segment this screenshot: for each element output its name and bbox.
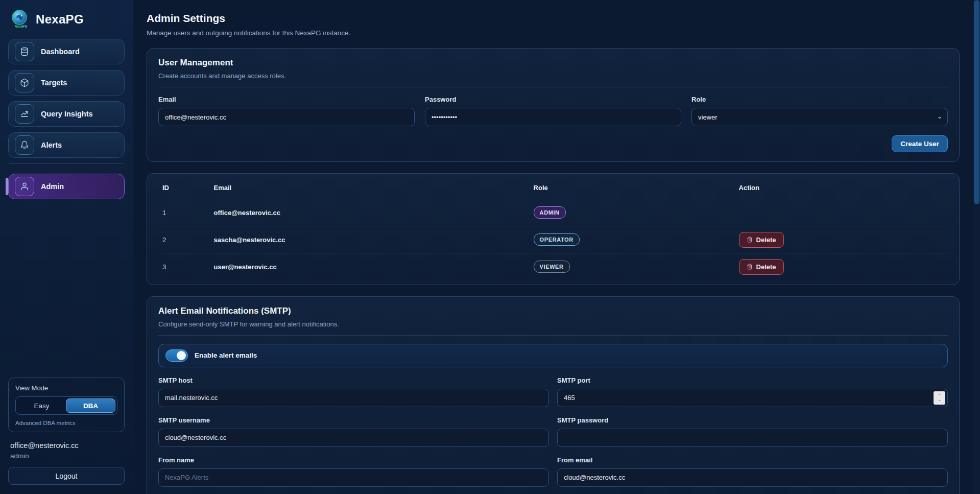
smtp-card: Alert Email Notifications (SMTP) Configu…	[147, 296, 960, 494]
svg-text:PG: PG	[22, 25, 27, 28]
svg-text:Nexa: Nexa	[15, 25, 23, 28]
from-email-input[interactable]	[557, 468, 948, 487]
sidebar-item-label: Dashboard	[41, 48, 80, 56]
current-user-block: office@nesterovic.cc admin	[8, 440, 125, 467]
table-row: 2 sascha@nesterovic.cc OPERATOR Delete	[158, 226, 948, 253]
password-field-group: Password	[425, 96, 681, 126]
page-subtitle: Manage users and outgoing notifications …	[147, 29, 960, 37]
sidebar-item-alerts[interactable]: Alerts	[8, 132, 125, 158]
nav-icon-box	[15, 73, 34, 92]
nav-icon-box	[15, 42, 34, 61]
sidebar-item-dashboard[interactable]: Dashboard	[8, 39, 125, 64]
trash-icon	[747, 237, 753, 243]
nav-icon-box	[15, 135, 34, 155]
users-table-card: ID Email Role Action 1 office@nesterovic…	[147, 173, 960, 285]
col-header-role: Role	[530, 181, 735, 199]
scrollbar-track	[973, 0, 980, 494]
password-label: Password	[425, 96, 681, 103]
scrollbar-thumb[interactable]	[974, 0, 979, 204]
sidebar-item-admin[interactable]: Admin	[8, 174, 125, 199]
delete-button-label: Delete	[756, 263, 776, 271]
enable-alert-emails-toggle[interactable]	[165, 349, 188, 362]
user-action-cell: Delete	[735, 226, 948, 253]
app-logo: Nexa PG NexaPG	[8, 7, 125, 39]
role-field-group: Role viewer ⌄	[691, 96, 948, 126]
user-icon	[20, 182, 29, 191]
email-field-group: Email	[158, 96, 415, 126]
number-stepper-icon[interactable]: ⌃⌄	[934, 391, 945, 405]
user-role-cell: VIEWER	[530, 253, 735, 280]
current-user-role: admin	[10, 452, 123, 460]
view-mode-option-dba[interactable]: DBA	[66, 398, 115, 413]
user-action-cell	[735, 199, 948, 226]
role-badge: VIEWER	[534, 261, 570, 273]
col-header-action: Action	[735, 181, 948, 199]
sidebar-nav: Dashboard Targets Query Insights Alerts …	[8, 39, 125, 205]
delete-button-label: Delete	[756, 236, 776, 244]
divider	[158, 335, 948, 336]
page-title: Admin Settings	[147, 12, 960, 25]
divider	[158, 87, 948, 87]
sidebar-item-label: Targets	[41, 79, 67, 87]
package-icon	[20, 78, 29, 87]
smtp-username-label: SMTP username	[158, 416, 549, 424]
smtp-port-input[interactable]	[557, 389, 948, 407]
create-user-button[interactable]: Create User	[892, 135, 948, 152]
col-header-email: Email	[209, 181, 529, 199]
database-icon	[20, 47, 29, 56]
user-role-cell: OPERATOR	[530, 226, 735, 253]
smtp-password-label: SMTP password	[557, 416, 948, 424]
user-email-cell: user@nesterovic.cc	[209, 253, 529, 280]
smtp-password-group: SMTP password	[557, 416, 948, 447]
table-row: 3 user@nesterovic.cc VIEWER Delete	[158, 253, 948, 280]
nexapg-logo-icon: Nexa PG	[9, 9, 30, 30]
delete-user-button[interactable]: Delete	[739, 232, 784, 248]
enable-alert-emails-box: Enable alert emails	[158, 344, 948, 367]
smtp-host-label: SMTP host	[158, 377, 549, 384]
user-management-subtitle: Create accounts and manage access roles.	[158, 72, 948, 80]
email-label: Email	[158, 96, 415, 103]
users-table: ID Email Role Action 1 office@nesterovic…	[158, 181, 948, 280]
enable-alert-emails-label: Enable alert emails	[195, 351, 257, 359]
delete-user-button[interactable]: Delete	[739, 259, 784, 275]
user-id-cell: 3	[158, 253, 209, 280]
table-row: 1 office@nesterovic.cc ADMIN	[158, 199, 948, 226]
sidebar-item-targets[interactable]: Targets	[8, 70, 125, 96]
user-id-cell: 1	[158, 199, 209, 226]
new-user-role-select[interactable]: viewer	[691, 108, 948, 126]
user-management-card: User Management Create accounts and mana…	[147, 48, 960, 162]
sidebar: Nexa PG NexaPG Dashboard Targets Query I…	[0, 0, 133, 494]
main-content: Admin Settings Manage users and outgoing…	[133, 0, 980, 494]
from-email-group: From email	[557, 456, 948, 487]
role-label: Role	[691, 96, 948, 103]
smtp-host-input[interactable]	[158, 389, 549, 407]
from-email-label: From email	[557, 456, 948, 464]
new-user-password-input[interactable]	[425, 108, 681, 126]
role-badge: ADMIN	[534, 206, 566, 219]
from-name-input[interactable]	[158, 468, 549, 487]
nav-icon-box	[15, 104, 34, 124]
view-mode-label: View Mode	[15, 384, 117, 392]
smtp-title: Alert Email Notifications (SMTP)	[158, 306, 948, 316]
sidebar-item-label: Query Insights	[41, 110, 93, 118]
smtp-username-input[interactable]	[158, 429, 549, 447]
view-mode-caption: Advanced DBA metrics	[15, 420, 117, 426]
col-header-id: ID	[158, 181, 209, 199]
view-mode-card: View Mode Easy DBA Advanced DBA metrics	[8, 378, 125, 432]
user-email-cell: sascha@nesterovic.cc	[209, 226, 529, 253]
sidebar-item-query-insights[interactable]: Query Insights	[8, 101, 125, 127]
user-action-cell: Delete	[735, 253, 948, 280]
role-badge: OPERATOR	[534, 233, 580, 246]
smtp-host-group: SMTP host	[158, 377, 549, 407]
new-user-email-input[interactable]	[158, 108, 415, 126]
trend-chart-icon	[20, 109, 29, 119]
nav-icon-box	[15, 177, 34, 196]
view-mode-option-easy[interactable]: Easy	[17, 398, 66, 413]
smtp-password-input[interactable]	[557, 429, 948, 447]
logout-button[interactable]: Logout	[8, 467, 125, 485]
app-title: NexaPG	[36, 12, 84, 27]
sidebar-divider	[9, 163, 124, 164]
user-management-title: User Management	[158, 58, 948, 68]
smtp-port-label: SMTP port	[557, 377, 948, 384]
table-header-row: ID Email Role Action	[158, 181, 948, 199]
